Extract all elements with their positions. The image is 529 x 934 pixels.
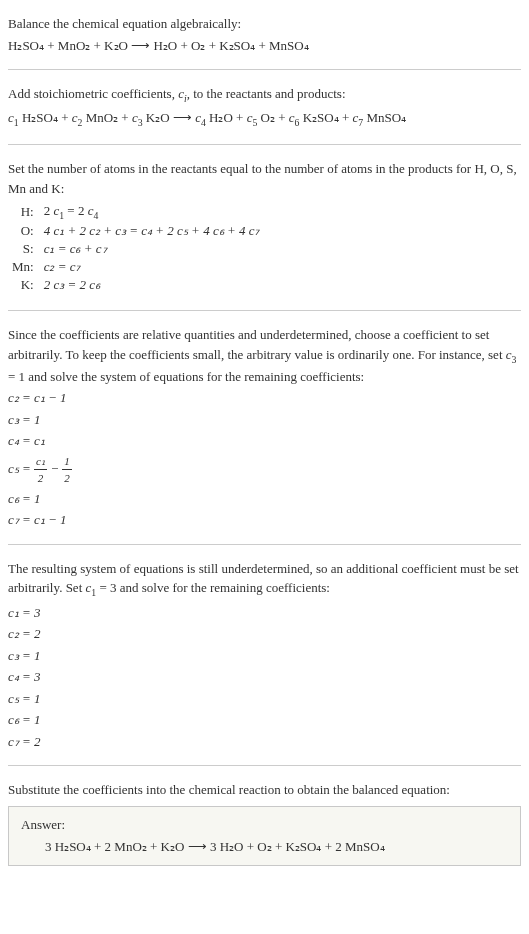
stoich-equation: c1 H₂SO₄ + c2 MnO₂ + c3 K₂O ⟶ c4 H₂O + c… (8, 108, 521, 130)
divider (8, 144, 521, 145)
table-row: Mn: c₂ = c₇ (8, 258, 263, 276)
table-row: S: c₁ = c₆ + c₇ (8, 240, 263, 258)
text-fragment: Since the coefficients are relative quan… (8, 327, 506, 362)
coef-line: c₁ = 3 (8, 603, 521, 623)
stoich-section: Add stoichiometric coefficients, ci, to … (8, 78, 521, 136)
numerator: 1 (62, 453, 72, 471)
text-fragment: K₂O ⟶ (143, 110, 196, 125)
fraction: c₁2 (34, 453, 47, 487)
final-section: Substitute the coefficients into the che… (8, 774, 521, 870)
intro-equation: H₂SO₄ + MnO₂ + K₂O ⟶ H₂O + O₂ + K₂SO₄ + … (8, 36, 521, 56)
text-fragment: − (47, 461, 62, 476)
text-fragment: K₂SO₄ + (299, 110, 352, 125)
coef-line: c₆ = 1 (8, 710, 521, 730)
coef-line-c5: c₅ = c₁2 − 12 (8, 453, 521, 487)
coef-line: c₅ = 1 (8, 689, 521, 709)
table-row: K: 2 c₃ = 2 c₆ (8, 276, 263, 294)
fraction: 12 (62, 453, 72, 487)
text-fragment: Add stoichiometric coefficients, (8, 86, 178, 101)
stoich-text: Add stoichiometric coefficients, ci, to … (8, 84, 521, 106)
table-row: O: 4 c₁ + 2 c₂ + c₃ = c₄ + 2 c₅ + 4 c₆ +… (8, 222, 263, 240)
text-fragment: MnSO₄ (363, 110, 406, 125)
text-fragment: = 3 and solve for the remaining coeffici… (96, 580, 330, 595)
coef-line: c₃ = 1 (8, 410, 521, 430)
atom-equation: 2 c₃ = 2 c₆ (40, 276, 264, 294)
coef-line: c₇ = 2 (8, 732, 521, 752)
text-fragment: H₂O + (206, 110, 247, 125)
atom-equation: 4 c₁ + 2 c₂ + c₃ = c₄ + 2 c₅ + 4 c₆ + 4 … (40, 222, 264, 240)
coef-line: c₂ = c₁ − 1 (8, 388, 521, 408)
coef-line: c₇ = c₁ − 1 (8, 510, 521, 530)
text-fragment: 2 (44, 203, 54, 218)
divider (8, 765, 521, 766)
element-label: O: (8, 222, 40, 240)
coef-line: c₃ = 1 (8, 646, 521, 666)
atoms-table: H: 2 c1 = 2 c4 O: 4 c₁ + 2 c₂ + c₃ = c₄ … (8, 202, 263, 294)
coef-line: c₄ = 3 (8, 667, 521, 687)
sub: 4 (93, 210, 98, 221)
denominator: 2 (62, 470, 72, 487)
text-fragment: , to the reactants and products: (187, 86, 346, 101)
element-label: S: (8, 240, 40, 258)
sub: 3 (512, 353, 517, 364)
answer-label: Answer: (21, 817, 508, 833)
atom-equation: c₁ = c₆ + c₇ (40, 240, 264, 258)
answer-box: Answer: 3 H₂SO₄ + 2 MnO₂ + K₂O ⟶ 3 H₂O +… (8, 806, 521, 866)
table-row: H: 2 c1 = 2 c4 (8, 202, 263, 222)
divider (8, 69, 521, 70)
under2-text: The resulting system of equations is sti… (8, 559, 521, 601)
underdetermined-section-1: Since the coefficients are relative quan… (8, 319, 521, 536)
final-text: Substitute the coefficients into the che… (8, 780, 521, 800)
coef-line: c₄ = c₁ (8, 431, 521, 451)
atoms-text: Set the number of atoms in the reactants… (8, 159, 521, 198)
element-label: H: (8, 202, 40, 222)
text-fragment: MnO₂ + (82, 110, 132, 125)
coef-line: c₂ = 2 (8, 624, 521, 644)
divider (8, 310, 521, 311)
intro-section: Balance the chemical equation algebraica… (8, 8, 521, 61)
answer-equation: 3 H₂SO₄ + 2 MnO₂ + K₂O ⟶ 3 H₂O + O₂ + K₂… (21, 839, 508, 855)
intro-text: Balance the chemical equation algebraica… (8, 14, 521, 34)
text-fragment: O₂ + (257, 110, 288, 125)
atom-equation: 2 c1 = 2 c4 (40, 202, 264, 222)
text-fragment: c₅ = (8, 461, 34, 476)
under1-text: Since the coefficients are relative quan… (8, 325, 521, 386)
text-fragment: H₂SO₄ + (19, 110, 72, 125)
element-label: K: (8, 276, 40, 294)
underdetermined-section-2: The resulting system of equations is sti… (8, 553, 521, 757)
coef-line: c₆ = 1 (8, 489, 521, 509)
divider (8, 544, 521, 545)
text-fragment: = 1 and solve the system of equations fo… (8, 369, 364, 384)
denominator: 2 (34, 470, 47, 487)
atom-equation: c₂ = c₇ (40, 258, 264, 276)
atoms-section: Set the number of atoms in the reactants… (8, 153, 521, 302)
text-fragment: = 2 (64, 203, 88, 218)
element-label: Mn: (8, 258, 40, 276)
numerator: c₁ (34, 453, 47, 471)
